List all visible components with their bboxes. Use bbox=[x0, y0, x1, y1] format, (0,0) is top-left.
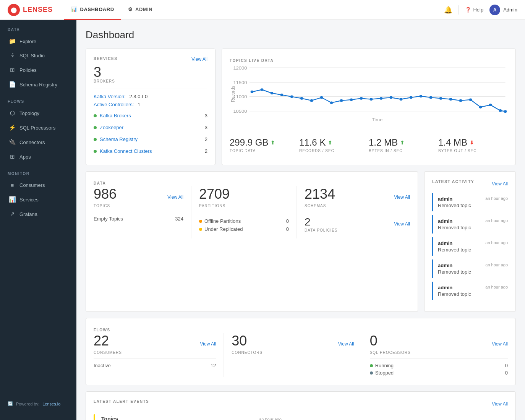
flows-sql-section: 0 View All SQL PROCESSORS Running 0 bbox=[370, 333, 508, 377]
active-controllers-value: 1 bbox=[138, 102, 140, 107]
kafka-connect-link[interactable]: Kafka Connect Clusters bbox=[94, 148, 152, 154]
services-icon: 📊 bbox=[9, 196, 16, 203]
app-body: DATA 📁 Explore 🗄 SQL Studio ⊞ Policies 📄… bbox=[0, 20, 525, 420]
sidebar-item-grafana[interactable]: ↗ Grafana bbox=[0, 207, 76, 221]
empty-topics-row: Empty Topics 324 bbox=[94, 212, 183, 222]
sidebar-item-apps[interactable]: ⊞ Apps bbox=[0, 149, 76, 164]
stats-row: 299.9 GB ⬆ TOPIC DATA 11.6 K ⬆ RECORDS /… bbox=[230, 131, 508, 153]
monitor-section-label: MONITOR bbox=[0, 164, 76, 178]
sidebar-item-topology[interactable]: ⬡ Topology bbox=[0, 106, 76, 120]
divider-1 bbox=[94, 89, 207, 89]
bell-icon[interactable]: 🔔 bbox=[444, 6, 452, 14]
activity-item-3: admin an hour ago Removed topic bbox=[432, 259, 508, 278]
sidebar-item-sql-studio[interactable]: 🗄 SQL Studio bbox=[0, 49, 76, 63]
consumers-view-all[interactable]: View All bbox=[200, 341, 216, 347]
sidebar: DATA 📁 Explore 🗄 SQL Studio ⊞ Policies 📄… bbox=[0, 20, 76, 420]
alert-header: LATEST ALERT EVENTS View All bbox=[94, 399, 508, 408]
sidebar-item-schema-registry[interactable]: 📄 Schema Registry bbox=[0, 77, 76, 92]
activity-action-3: Removed topic bbox=[438, 269, 508, 275]
help-button[interactable]: ❓ Help bbox=[465, 7, 483, 13]
consumers-count: 22 bbox=[94, 333, 109, 349]
logo[interactable]: ⬤ LENSES bbox=[8, 4, 53, 16]
data-policies-label: DATA POLICIES bbox=[305, 228, 338, 232]
topnav-dashboard[interactable]: 📊 DASHBOARD bbox=[64, 0, 121, 20]
alert-events-view-all[interactable]: View All bbox=[492, 401, 508, 407]
data-topics-section: 986 View All TOPICS Empty Topics 324 bbox=[94, 186, 191, 238]
sidebar-item-services[interactable]: 📊 Services bbox=[0, 192, 76, 207]
row-3: FLOWS 22 View All CONSUMERS Inactive 12 bbox=[86, 318, 516, 385]
svg-text:12000: 12000 bbox=[233, 66, 247, 71]
main-content: Dashboard SERVICES View All 3 BROKERS Ka… bbox=[76, 20, 525, 420]
row-2: DATA 986 View All TOPICS Empty Topics 32… bbox=[86, 171, 516, 312]
sidebar-item-sql-processors[interactable]: ⚡ SQL Processors bbox=[0, 120, 76, 135]
avatar: A bbox=[489, 5, 500, 15]
svg-point-16 bbox=[310, 99, 313, 102]
grafana-label: Grafana bbox=[19, 211, 37, 217]
flows-connectors-section: 30 View All CONNECTORS bbox=[232, 333, 362, 377]
under-replicated-label: Under Replicated bbox=[204, 226, 243, 232]
kafka-brokers-count: 3 bbox=[205, 113, 207, 118]
running-count: 0 bbox=[505, 363, 508, 368]
refresh-icon: 🔄 bbox=[8, 401, 13, 406]
offline-partitions-row: Offline Partitions 0 bbox=[199, 218, 289, 224]
zookeeper-count: 3 bbox=[205, 125, 207, 130]
bytes-in-label: BYTES IN / SEC bbox=[369, 149, 431, 153]
sql-studio-label: SQL Studio bbox=[19, 53, 45, 58]
zookeeper-link[interactable]: Zookeeper bbox=[94, 125, 123, 130]
activity-view-all[interactable]: View All bbox=[492, 181, 508, 186]
partition-details: Offline Partitions 0 Under Replicated 0 bbox=[199, 212, 289, 232]
svg-point-36 bbox=[504, 110, 507, 113]
sidebar-footer: 🔄 Powered by: Lenses.io bbox=[0, 395, 76, 412]
activity-meta-1: admin an hour ago bbox=[438, 218, 508, 224]
sidebar-item-connectors[interactable]: 🔌 Connectors bbox=[0, 135, 76, 149]
running-dot-icon bbox=[370, 364, 373, 367]
apps-label: Apps bbox=[19, 154, 31, 160]
topic-data-label: TOPIC DATA bbox=[230, 149, 292, 153]
records-sec-trend-icon: ⬆ bbox=[328, 139, 332, 146]
empty-topics-label: Empty Topics bbox=[94, 216, 123, 222]
database-icon: 🗄 bbox=[9, 52, 16, 59]
stopped-count: 0 bbox=[505, 370, 508, 376]
sql-processors-label: SQL Processors bbox=[19, 125, 55, 131]
activity-user-4: admin bbox=[438, 285, 452, 290]
sidebar-section-data: DATA 📁 Explore 🗄 SQL Studio ⊞ Policies 📄… bbox=[0, 20, 76, 92]
data-policies-view-all[interactable]: View All bbox=[394, 221, 410, 227]
sidebar-item-explore[interactable]: 📁 Explore bbox=[0, 34, 76, 49]
explore-label: Explore bbox=[19, 39, 36, 44]
svg-point-21 bbox=[360, 97, 363, 100]
topics-view-all[interactable]: View All bbox=[167, 195, 183, 200]
connectors-view-all[interactable]: View All bbox=[338, 341, 354, 347]
consumers-unit-label: CONSUMERS bbox=[94, 350, 216, 355]
activity-action-4: Removed topic bbox=[438, 291, 508, 297]
schema-registry-link[interactable]: Schema Registry bbox=[94, 136, 138, 142]
dot-kafka-connect bbox=[94, 150, 97, 153]
bytes-out-value: 1.4 MB ⬇ bbox=[438, 137, 500, 148]
services-label: Services bbox=[19, 197, 39, 203]
services-view-all[interactable]: View All bbox=[191, 57, 207, 62]
activity-user-2: admin bbox=[438, 240, 452, 246]
data-policies-row: 2 DATA POLICIES View All bbox=[305, 212, 410, 232]
svg-point-14 bbox=[290, 95, 293, 98]
nav-divider bbox=[459, 5, 459, 15]
activity-panel: LATEST ACTIVITY View All admin an hour a… bbox=[424, 171, 516, 312]
user-menu[interactable]: A Admin bbox=[489, 5, 517, 15]
svg-point-32 bbox=[469, 98, 472, 101]
svg-point-31 bbox=[459, 99, 462, 102]
sql-processors-count: 0 bbox=[370, 333, 378, 349]
schemas-unit-label: SCHEMAS bbox=[305, 204, 410, 208]
svg-text:11500: 11500 bbox=[233, 80, 247, 85]
alert-time-0: an hour ago bbox=[259, 417, 282, 420]
kafka-brokers-link[interactable]: Kafka Brokers bbox=[94, 113, 131, 118]
sidebar-item-policies[interactable]: ⊞ Policies bbox=[0, 63, 76, 77]
stat-bytes-in: 1.2 MB ⬆ BYTES IN / SEC bbox=[369, 137, 438, 153]
schemas-view-all[interactable]: View All bbox=[394, 195, 410, 200]
activity-label: LATEST ACTIVITY bbox=[432, 179, 474, 184]
stopped-label: Stopped bbox=[375, 370, 394, 376]
lenses-link[interactable]: Lenses.io bbox=[42, 402, 60, 406]
svg-point-11 bbox=[261, 88, 264, 91]
topnav-admin[interactable]: ⚙ ADMIN bbox=[121, 0, 160, 20]
sql-processors-view-all[interactable]: View All bbox=[492, 341, 508, 347]
sidebar-item-consumers[interactable]: ≡ Consumers bbox=[0, 178, 76, 192]
topnav-admin-label: ADMIN bbox=[135, 6, 152, 12]
row-4: LATEST ALERT EVENTS View All Topics an h… bbox=[86, 391, 516, 420]
